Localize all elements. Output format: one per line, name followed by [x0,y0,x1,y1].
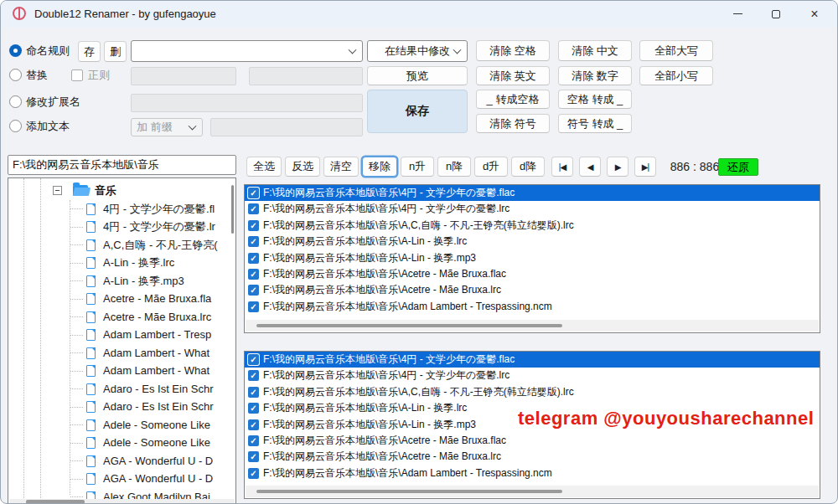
replace-to-input[interactable] [249,67,363,85]
checked-checkbox-icon[interactable] [248,269,259,280]
list-horizontal-scrollbar[interactable] [246,486,819,497]
checked-checkbox-icon[interactable] [248,285,259,296]
list-item[interactable]: F:\我的网易云音乐本地版\音乐\Adam Lambert - Trespass… [245,465,820,481]
close-button[interactable]: × [795,1,834,27]
replace-from-input[interactable] [131,67,236,85]
tree-item[interactable]: Adaro - Es Ist Ein Schr [8,398,235,416]
toolbar-button[interactable]: 全选 [246,157,282,177]
toolbar-button[interactable]: d降 [511,157,545,177]
list-item[interactable]: F:\我的网易云音乐本地版\音乐\4円 - 文学少年の憂鬱.flac [245,185,820,201]
checked-checkbox-icon[interactable] [248,468,259,479]
toolbar-button[interactable]: 反选 [285,157,320,177]
checked-checkbox-icon[interactable] [248,220,259,231]
checked-checkbox-icon[interactable] [248,387,259,398]
radio-change-extension[interactable] [9,95,22,108]
checked-checkbox-icon[interactable] [248,203,259,214]
store-rule-button[interactable]: 存 [78,41,101,62]
delete-rule-button[interactable]: 删 [104,41,127,62]
clear-digits-button[interactable]: 清除 数字 [558,66,632,85]
list-item[interactable]: F:\我的网易云音乐本地版\音乐\Acetre - Mãe Bruxa.lrc [245,449,820,465]
nav-button[interactable]: ◀ [579,157,601,177]
clear-english-button[interactable]: 清除 英文 [476,66,550,85]
tree-item[interactable]: Acetre - Mãe Bruxa.lrc [8,308,235,327]
add-text-input[interactable] [210,118,363,136]
tree-item[interactable]: 4円 - 文学少年の憂鬱.fl [8,200,235,219]
file-tree[interactable]: 音乐 4円 - 文学少年の憂鬱.fl 4円 - 文学少年の憂鬱.lr A,C,自… [8,177,236,504]
checked-checkbox-icon[interactable] [248,253,259,264]
maximize-button[interactable] [757,1,795,27]
list-item[interactable]: F:\我的网易云音乐本地版\音乐\Acetre - Mãe Bruxa.flac [245,266,820,282]
rule-select-combo[interactable] [131,40,363,62]
checked-checkbox-icon[interactable] [248,354,259,365]
toolbar-button[interactable]: 清空 [323,157,359,177]
tree-item[interactable]: Adam Lambert - What [8,344,235,363]
uppercase-button[interactable]: 全部大写 [639,40,713,61]
modify-scope-combo[interactable]: 在结果中修改 [367,40,468,62]
tree-item[interactable]: A-Lin - 换季.lrc [8,254,235,272]
checked-checkbox-icon[interactable] [248,435,259,446]
tree-item[interactable]: Adaro - Es Ist Ein Schr [8,380,235,399]
lowercase-button[interactable]: 全部小写 [639,66,713,85]
tree-item[interactable]: 4円 - 文学少年の憂鬱.lr [8,218,235,236]
tree-item[interactable]: AGA - Wonderful U - D [8,452,235,471]
list-item[interactable]: F:\我的网易云音乐本地版\音乐\A-Lin - 换季.lrc [245,234,820,249]
tree-folder-node[interactable]: 音乐 [8,182,235,200]
nav-button[interactable]: |◀ [551,157,573,177]
checked-checkbox-icon[interactable] [248,236,259,247]
toolbar-button[interactable]: n升 [401,157,434,177]
tree-item[interactable]: A-Lin - 换季.mp3 [8,272,235,291]
checked-checkbox-icon[interactable] [248,403,259,414]
checked-checkbox-icon[interactable] [248,301,259,312]
tree-vertical-scrollbar[interactable] [231,185,234,234]
radio-add-text[interactable] [9,120,22,132]
list-item[interactable]: F:\我的网易云音乐本地版\音乐\A-Lin - 换季.mp3 [245,250,820,266]
list-item[interactable]: F:\我的网易云音乐本地版\音乐\Acetre - Mãe Bruxa.lrc [245,282,820,298]
scrollbar-thumb[interactable] [256,490,562,493]
list-item[interactable]: F:\我的网易云音乐本地版\音乐\Adam Lambert - Trespass… [245,299,820,315]
clear-space-button[interactable]: 清除 空格 [476,40,550,61]
space-to-underscore-button[interactable]: 空格 转成 _ [558,90,632,109]
restore-button[interactable]: 还原 [718,158,758,176]
list-item[interactable]: F:\我的网易云音乐本地版\音乐\A,C,自嗨 - 不凡-王铮亮(韩立结婴版).… [245,218,820,234]
prefix-suffix-combo[interactable]: 加 前缀 [131,118,203,136]
save-button[interactable]: 保存 [367,90,468,133]
radio-naming-rule[interactable] [9,44,22,57]
tree-item[interactable]: Acetre - Mãe Bruxa.fla [8,290,235,308]
underscore-to-space-button[interactable]: _ 转成空格 [476,90,550,109]
tree-item[interactable]: Adam Lambert - What [8,362,235,380]
preview-button[interactable]: 预览 [367,66,468,85]
list-item[interactable]: F:\我的网易云音乐本地版\音乐\A,C,自嗨 - 不凡-王铮亮(韩立结婴版).… [245,384,820,400]
list-item[interactable]: F:\我的网易云音乐本地版\音乐\4円 - 文学少年の憂鬱.lrc [245,201,820,217]
clear-symbols-button[interactable]: 清除 符号 [476,114,550,133]
nav-button[interactable]: ▶ [607,157,628,177]
file-icon [86,437,96,449]
tree-item[interactable]: Adele - Someone Like [8,434,235,452]
checked-checkbox-icon[interactable] [248,451,259,462]
tree-item[interactable]: Adele - Someone Like [8,416,235,435]
checked-checkbox-icon[interactable] [248,370,259,381]
regex-checkbox[interactable] [71,69,83,81]
collapse-expander-icon[interactable] [53,186,62,195]
scrollbar-thumb[interactable] [256,324,562,327]
tree-horizontal-scrollbar[interactable] [9,499,235,504]
tree-item[interactable]: Adam Lambert - Tresp [8,326,235,344]
list-horizontal-scrollbar[interactable] [246,320,819,332]
list-item[interactable]: F:\我的网易云音乐本地版\音乐\4円 - 文学少年の憂鬱.flac [245,352,820,368]
list-item[interactable]: F:\我的网易云音乐本地版\音乐\Acetre - Mãe Bruxa.flac [245,433,820,449]
checked-checkbox-icon[interactable] [248,188,259,198]
extension-input[interactable] [131,94,363,112]
tree-item[interactable]: AGA - Wonderful U - D [8,470,235,488]
symbol-to-underscore-button[interactable]: 符号 转成 _ [558,114,632,133]
toolbar-button[interactable]: d升 [474,157,508,177]
scrollbar-thumb[interactable] [26,500,85,504]
toolbar-button[interactable]: n降 [437,157,471,177]
radio-replace[interactable] [9,69,22,81]
folder-path-input[interactable] [8,155,236,175]
toolbar-button[interactable]: 移除 [362,157,397,177]
tree-item[interactable]: A,C,自嗨 - 不凡-王铮亮( [8,236,235,255]
source-file-list[interactable]: F:\我的网易云音乐本地版\音乐\4円 - 文学少年の憂鬱.flac F:\我的… [244,184,820,333]
minimize-button[interactable] [718,1,757,27]
clear-chinese-button[interactable]: 清除 中文 [558,40,632,61]
list-item[interactable]: F:\我的网易云音乐本地版\音乐\4円 - 文学少年の憂鬱.lrc [245,368,820,383]
checked-checkbox-icon[interactable] [248,419,259,430]
